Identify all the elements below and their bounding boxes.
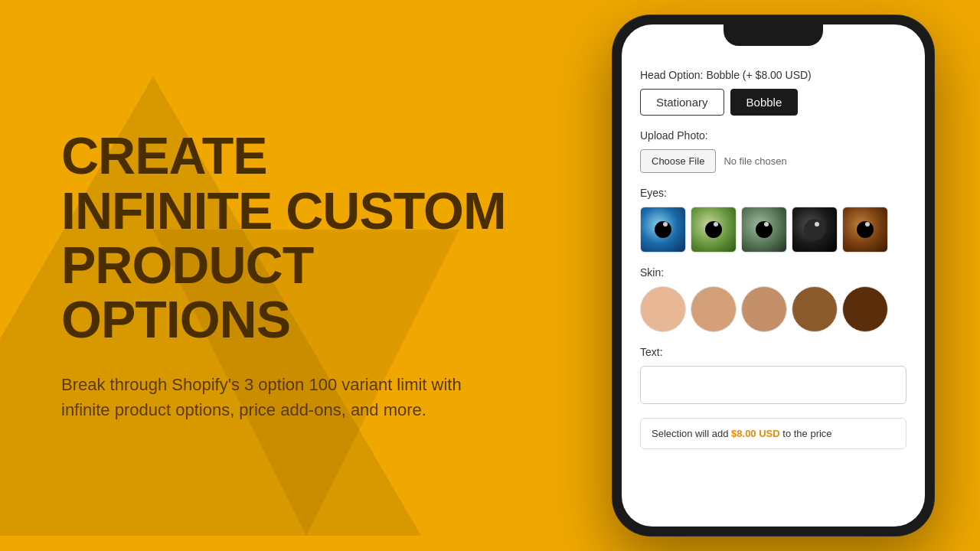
- price-amount: $8.00 USD: [731, 428, 780, 439]
- price-prefix: Selection will add: [652, 428, 731, 439]
- text-input[interactable]: [640, 366, 906, 404]
- headline-line3: PRODUCT OPTIONS: [61, 236, 313, 348]
- skin-label: Skin:: [640, 266, 906, 279]
- phone-notch: [724, 24, 823, 46]
- bobble-button[interactable]: Bobble: [730, 89, 799, 116]
- phone-screen: Head Option: Bobble (+ $8.00 USD) Statio…: [622, 24, 925, 527]
- head-option-value: Bobble (+ $8.00 USD): [706, 69, 811, 81]
- phone-mockup: Head Option: Bobble (+ $8.00 USD) Statio…: [612, 15, 934, 536]
- skin-swatch-2[interactable]: [691, 286, 737, 332]
- skin-swatch-4[interactable]: [792, 286, 838, 332]
- eye-swatch-gray-green[interactable]: [741, 207, 787, 253]
- eye-swatch-blue[interactable]: [640, 207, 686, 253]
- left-panel: CREATE INFINITE CUSTOM PRODUCT OPTIONS B…: [0, 0, 582, 551]
- text-section: Text:: [640, 346, 906, 404]
- skin-section: Skin:: [640, 266, 906, 332]
- head-option-toggle-group: Stationary Bobble: [640, 89, 906, 116]
- eye-swatch-green[interactable]: [691, 207, 737, 253]
- file-input-row: Choose File No file chosen: [640, 149, 906, 173]
- text-label: Text:: [640, 346, 906, 358]
- eyes-swatch-row: [640, 207, 906, 253]
- price-suffix: to the price: [780, 428, 832, 439]
- head-option-label: Head Option: Bobble (+ $8.00 USD): [640, 69, 906, 81]
- choose-file-button[interactable]: Choose File: [640, 149, 716, 173]
- eyes-label: Eyes:: [640, 187, 906, 199]
- skin-swatch-1[interactable]: [640, 286, 686, 332]
- subtext: Break through Shopify's 3 option 100 var…: [61, 372, 505, 422]
- no-file-text: No file chosen: [724, 155, 786, 167]
- skin-swatch-row: [640, 286, 906, 332]
- right-panel: Head Option: Bobble (+ $8.00 USD) Statio…: [582, 0, 980, 551]
- eye-swatch-brown[interactable]: [842, 207, 888, 253]
- price-notice: Selection will add $8.00 USD to the pric…: [640, 418, 906, 449]
- eyes-section: Eyes:: [640, 187, 906, 253]
- product-options: Head Option: Bobble (+ $8.00 USD) Statio…: [637, 63, 910, 455]
- upload-section: Upload Photo: Choose File No file chosen: [640, 129, 906, 173]
- headline: CREATE INFINITE CUSTOM PRODUCT OPTIONS: [61, 129, 536, 347]
- skin-swatch-3[interactable]: [741, 286, 787, 332]
- head-option-section: Head Option: Bobble (+ $8.00 USD) Statio…: [640, 69, 906, 116]
- head-option-key: Head Option:: [640, 69, 704, 81]
- stationary-button[interactable]: Stationary: [640, 89, 724, 116]
- upload-label: Upload Photo:: [640, 129, 906, 142]
- headline-line2: INFINITE CUSTOM: [61, 181, 506, 240]
- skin-swatch-5[interactable]: [842, 286, 888, 332]
- headline-line1: CREATE: [61, 126, 267, 184]
- eye-swatch-dark[interactable]: [792, 207, 838, 253]
